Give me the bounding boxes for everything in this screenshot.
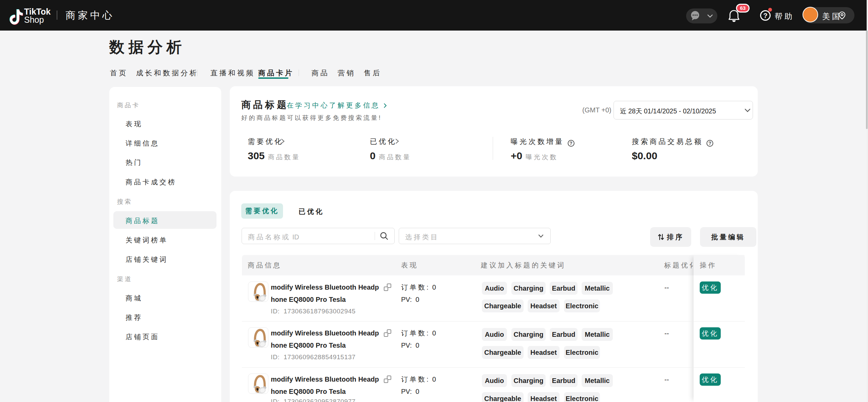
svg-text:?: ? — [763, 12, 767, 19]
